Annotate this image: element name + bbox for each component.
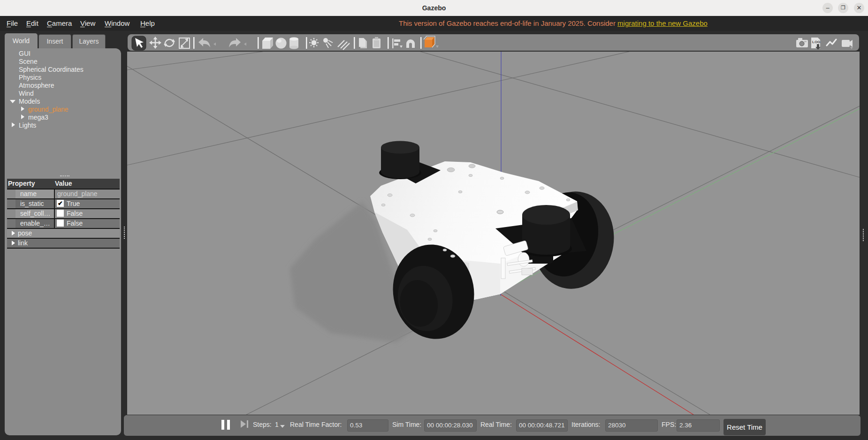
svg-text:LOG: LOG [812, 40, 820, 44]
